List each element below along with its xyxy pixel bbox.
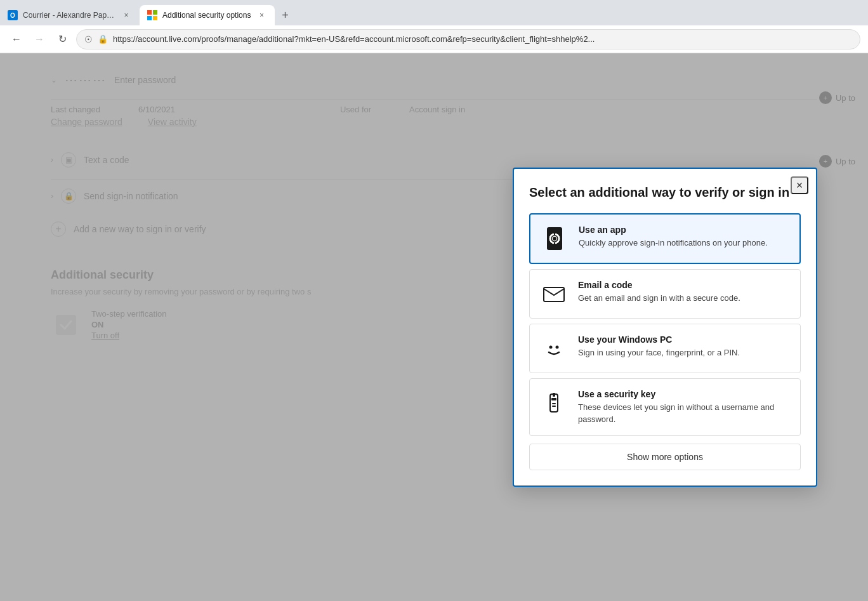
security-key-icon (540, 389, 568, 417)
refresh-button[interactable]: ↻ (53, 30, 71, 48)
use-app-icon (541, 225, 569, 253)
email-code-title: Email a code (578, 280, 790, 290)
svg-rect-12 (552, 403, 556, 404)
email-code-icon (540, 280, 568, 308)
nav-bar: ← → ↻ ☉ 🔒 https://account.live.com/proof… (0, 25, 868, 53)
option-windows-pc[interactable]: Use your Windows PC Sign in using your f… (529, 324, 801, 373)
back-button[interactable]: ← (8, 30, 25, 48)
tab-outlook-title: Courrier - Alexandre Papajak - C... (23, 11, 115, 20)
outlook-favicon: O (8, 10, 18, 20)
shield-icon: ☉ (84, 34, 93, 44)
option-use-app[interactable]: Use an app Quickly approve sign-in notif… (529, 213, 801, 264)
tab-security-title: Additional security options (162, 11, 251, 20)
security-key-title: Use a security key (578, 389, 790, 399)
windows-pc-title: Use your Windows PC (578, 334, 790, 345)
tab-bar: O Courrier - Alexandre Papajak - C... × … (0, 0, 868, 25)
svg-point-3 (553, 237, 556, 241)
forward-button[interactable]: → (30, 30, 48, 48)
windows-pc-icon (540, 334, 568, 362)
email-code-desc: Get an email and sign in with a secure c… (578, 293, 790, 304)
option-security-key[interactable]: Use a security key These devices let you… (529, 378, 801, 435)
svg-point-7 (549, 346, 553, 349)
windows-pc-desc: Sign in using your face, fingerprint, or… (578, 347, 790, 359)
tab-security[interactable]: Additional security options × (140, 5, 275, 25)
modal-title: Select an additional way to verify or si… (529, 184, 801, 201)
modal-overlay: × Select an additional way to verify or … (0, 53, 868, 601)
windows-pc-text: Use your Windows PC Sign in using your f… (578, 334, 790, 359)
svg-point-8 (556, 346, 559, 349)
tab-outlook[interactable]: O Courrier - Alexandre Papajak - C... × (0, 5, 140, 25)
use-app-desc: Quickly approve sign-in notifications on… (579, 237, 789, 249)
address-bar[interactable]: ☉ 🔒 https://account.live.com/proofs/mana… (76, 29, 860, 50)
svg-rect-13 (552, 406, 556, 407)
microsoft-favicon (147, 10, 157, 20)
security-key-desc: These devices let you sign in without a … (578, 402, 790, 425)
lock-icon: 🔒 (98, 34, 108, 44)
new-tab-button[interactable]: + (275, 5, 295, 25)
show-more-options-button[interactable]: Show more options (529, 444, 801, 470)
use-app-title: Use an app (579, 225, 789, 235)
email-code-text: Email a code Get an email and sign in wi… (578, 280, 790, 304)
tab-outlook-close[interactable]: × (121, 10, 132, 21)
page-background: ⌄ ⋯⋯⋯ Enter password Last changed 6/10/2… (0, 53, 868, 601)
browser-chrome: O Courrier - Alexandre Papajak - C... × … (0, 0, 868, 53)
modal-dialog: × Select an additional way to verify or … (513, 168, 817, 486)
use-app-text: Use an app Quickly approve sign-in notif… (579, 225, 789, 249)
svg-rect-11 (551, 398, 556, 400)
option-email-code[interactable]: Email a code Get an email and sign in wi… (529, 269, 801, 319)
svg-rect-10 (553, 393, 555, 397)
tab-security-close[interactable]: × (256, 10, 267, 21)
modal-close-button[interactable]: × (791, 176, 808, 194)
url-text: https://account.live.com/proofs/manage/a… (113, 34, 852, 44)
security-key-text: Use a security key These devices let you… (578, 389, 790, 425)
